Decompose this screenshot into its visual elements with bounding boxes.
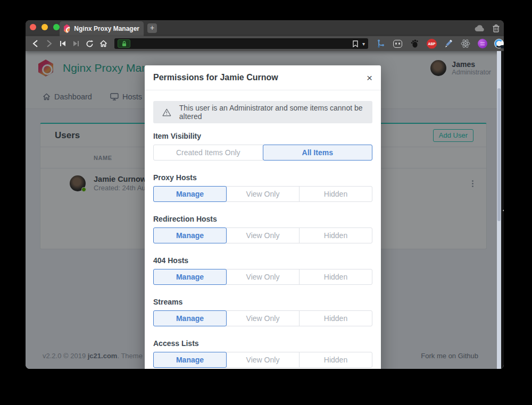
modal-title: Permissions for Jamie Curnow (153, 73, 278, 82)
warning-triangle-icon (162, 108, 171, 117)
bookmark-icon[interactable] (353, 40, 358, 47)
option-hidden[interactable]: Hidden (299, 269, 372, 285)
segmented-control: ManageView OnlyHidden (153, 186, 372, 202)
ssl-lock-icon[interactable] (118, 39, 130, 48)
browser-tab[interactable]: Nginx Proxy Manager (60, 21, 144, 36)
option-view-only[interactable]: View Only (226, 352, 300, 368)
viewport: Nginx Proxy Manager James Administrator … (26, 51, 504, 369)
permission-group: Proxy Hosts ManageView OnlyHidden (153, 173, 372, 202)
option-all-items[interactable]: All Items (263, 145, 373, 161)
option-hidden[interactable]: Hidden (299, 310, 372, 326)
zoom-window-button[interactable] (53, 24, 60, 30)
window-controls (30, 24, 60, 30)
gnome-foot-extension-icon[interactable] (410, 39, 420, 49)
fast-forward-button[interactable] (70, 38, 84, 49)
react-devtools-icon[interactable] (461, 39, 471, 49)
permission-group: Redirection Hosts ManageView OnlyHidden (153, 215, 372, 243)
browser-toolbar: ▾ ABP (26, 36, 504, 51)
tab-strip: Nginx Proxy Manager + (26, 20, 504, 36)
scrollbar-thumb[interactable] (497, 88, 501, 221)
address-bar[interactable]: ▾ (114, 38, 368, 49)
minimize-window-button[interactable] (41, 24, 48, 30)
permission-group-label: Access Lists (153, 339, 372, 348)
close-icon[interactable]: × (367, 73, 372, 83)
option-manage[interactable]: Manage (153, 227, 227, 243)
option-view-only[interactable]: View Only (226, 186, 300, 202)
option-manage[interactable]: Manage (153, 352, 227, 368)
close-window-button[interactable] (30, 24, 36, 30)
adblock-plus-icon[interactable]: ABP (427, 39, 437, 49)
option-view-only[interactable]: View Only (226, 227, 300, 243)
purple-orb-extension-icon[interactable] (478, 39, 487, 48)
browser-window: Nginx Proxy Manager + (26, 20, 504, 369)
option-hidden[interactable]: Hidden (299, 186, 372, 202)
permission-group-label: Item Visibility (153, 132, 372, 140)
alert-text: This user is an Administrator and some i… (179, 104, 363, 121)
back-button[interactable] (29, 38, 43, 49)
sync-cloud-icon[interactable] (475, 25, 485, 32)
option-view-only[interactable]: View Only (226, 310, 300, 326)
extension-icons: ABP (376, 39, 504, 49)
option-manage[interactable]: Manage (153, 186, 227, 202)
permissions-modal: Permissions for Jamie Curnow × This user… (145, 65, 381, 369)
segmented-control: ManageView OnlyHidden (153, 269, 372, 285)
tab-tree-extension-icon[interactable] (376, 39, 386, 49)
home-button[interactable] (97, 38, 111, 49)
segmented-control: ManageView OnlyHidden (153, 310, 372, 326)
stylus-pen-extension-icon[interactable] (444, 39, 454, 49)
rewind-button[interactable] (56, 38, 70, 49)
permission-group: Access Lists ManageView OnlyHidden (153, 339, 372, 368)
tab-title: Nginx Proxy Manager (74, 25, 139, 32)
forward-button[interactable] (43, 38, 56, 49)
permission-group: Streams ManageView OnlyHidden (153, 298, 372, 326)
permission-group-label: Proxy Hosts (153, 173, 372, 182)
desktop: Nginx Proxy Manager + (0, 0, 532, 405)
segmented-control: Created Items OnlyAll Items (153, 145, 372, 161)
option-manage[interactable]: Manage (153, 310, 227, 326)
discord-extension-icon[interactable] (393, 39, 403, 49)
new-tab-button[interactable]: + (147, 23, 157, 33)
option-hidden[interactable]: Hidden (299, 352, 372, 368)
option-created-items-only[interactable]: Created Items Only (153, 145, 263, 161)
permission-group: Item Visibility Created Items OnlyAll It… (153, 132, 372, 161)
permission-groups: Item Visibility Created Items OnlyAll It… (153, 132, 372, 368)
permission-group-label: Redirection Hosts (153, 215, 372, 223)
permission-group: 404 Hosts ManageView OnlyHidden (153, 256, 372, 285)
reload-button[interactable] (83, 38, 97, 49)
admin-alert: This user is an Administrator and some i… (153, 101, 372, 123)
segmented-control: ManageView OnlyHidden (153, 227, 372, 243)
permission-group-label: 404 Hosts (153, 256, 372, 265)
favicon-nginx-proxy-manager (64, 24, 70, 33)
option-hidden[interactable]: Hidden (299, 227, 372, 243)
panel-toggle-strip[interactable] (501, 51, 504, 369)
segmented-control: ManageView OnlyHidden (153, 352, 372, 368)
panel-arrow-icon (501, 208, 504, 213)
trash-closed-tabs-icon[interactable] (493, 24, 500, 32)
option-manage[interactable]: Manage (153, 269, 227, 285)
privacy-lock-extension-icon[interactable] (494, 39, 504, 48)
bookmarks-dropdown-caret[interactable]: ▾ (362, 41, 365, 47)
permission-group-label: Streams (153, 298, 372, 306)
option-view-only[interactable]: View Only (226, 269, 300, 285)
